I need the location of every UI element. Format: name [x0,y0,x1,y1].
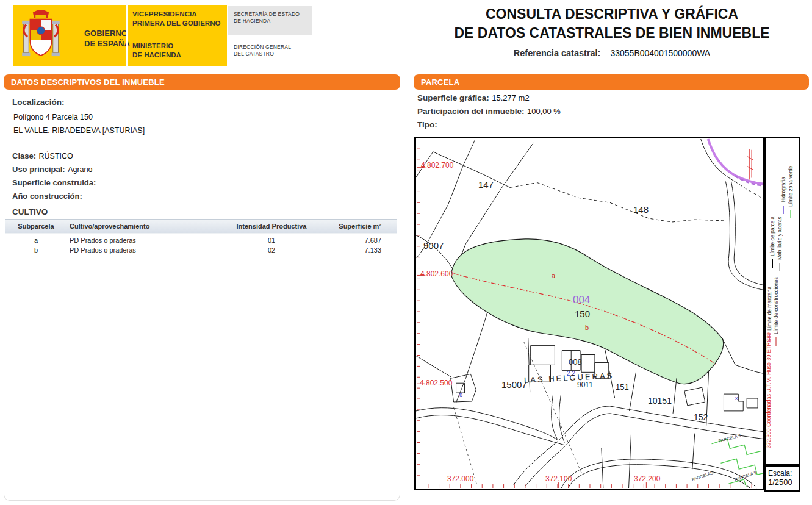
vicepresidencia-label: VICEPRESIDENCIA PRIMERA DEL GOBIERNO [132,10,220,28]
map-label: b [585,324,589,331]
map-label: 147 [478,180,494,189]
cultivo-title: CULTIVO [12,207,48,217]
cultivo-table: Subparcela Cultivo/aprovechamiento Inten… [5,219,397,257]
scale-box: Escala: 1/2500 [764,465,800,492]
col-cultivo: Cultivo/aprovechamiento [62,223,223,230]
field-superficie-construida: Superficie construida: [12,177,96,188]
map-label: 8 [459,393,462,398]
referencia-label: Referencia catastral: [514,48,601,58]
title-line2: DE DATOS CATASTRALES DE BIEN INMUEBLE [420,25,804,41]
table-row: a PD Prados o praderas 01 7.687 [5,235,397,245]
logo-divider [126,5,128,66]
government-label: GOBIERNO DE ESPAÑA [84,28,130,49]
col-superficie: Superficie m² [320,223,381,230]
cultivo-table-header: Subparcela Cultivo/aprovechamiento Inten… [5,219,397,234]
map-label: 15007 [501,380,527,389]
map-label: 372.100 [545,475,572,482]
map-label: 372.000 [447,475,473,482]
ministerio-label: MINISTERIO DE HACIENDA [132,41,181,60]
legend-label: Límite de parcela [769,217,775,256]
field-ano-construccion: Año construcción: [12,190,82,201]
map-label: 4.802.500 [420,379,452,387]
legend-swatch [775,337,777,346]
map-label: 10151 [648,396,672,405]
cadastral-map: 4.802.7004.802.6004.802.500372.000372.10… [414,137,765,490]
map-label: 150 [575,309,590,318]
scale-value: 1/2500 [768,478,799,487]
field-superficie-grafica: Superficie gráfica: 15.277 m2 [417,92,530,103]
scale-label: Escala: [768,469,799,478]
legend-label: Mobiliario y aceras [777,217,783,260]
referencia-value: 33055B004001500000WA [610,48,710,58]
secretaria-box: SECRETARÍA DE ESTADO DE HACIENDA [228,6,312,35]
section-header-datos-descriptivos: DATOS DESCRIPTIVOS DEL INMUEBLE [4,74,400,90]
map-label: 372.200 [634,475,660,482]
field-clase: Clase: RÚSTICO [12,150,73,161]
map-label: a [552,273,555,279]
localizacion-label: Localización: [12,98,65,107]
section-header-parcela: PARCELA [414,74,809,90]
referencia-catastral: Referencia catastral: 33055B004001500000… [420,48,804,58]
legend-item: Límite zona verde [786,139,795,218]
field-uso-principal: Uso principal: Agrario [12,163,92,174]
legend-label: Límite zona verde [788,165,794,207]
field-participacion: Participación del inmueble: 100,00 % [417,106,561,116]
map-legend: HidrografíaLímite zona verdeLímite de pa… [764,137,800,466]
legend-label: Límite de construcciones [773,277,779,334]
map-label: 4.802.600 [420,270,453,278]
direccion-general-label: DIRECCIÓN GENERAL DEL CATASTRO [234,44,291,57]
government-logo-block: GOBIERNO DE ESPAÑA VICEPRESIDENCIA PRIME… [13,5,227,66]
table-row: b PD Prados o praderas 02 7.133 [5,245,397,255]
title-line1: CONSULTA DESCRIPTIVA Y GRÁFICA [420,6,804,23]
legend-swatch [790,210,791,218]
map-label: 004 [573,295,590,305]
localizacion-line1: Polígono 4 Parcela 150 [13,113,93,121]
legend-item: Mobiliario y aceras [775,192,784,271]
document-title: CONSULTA DESCRIPTIVA Y GRÁFICA DE DATOS … [420,0,804,58]
map-label: 151 [616,383,629,391]
map-label: 152 [694,413,708,421]
col-intensidad: Intensidad Productiva [223,223,320,230]
utm-coordinates-note: 372.300 Coordenadas U.T.M. Huso 30 ETRS8… [766,329,774,451]
map-label: 148 [633,205,649,214]
map-label: 9007 [423,241,444,250]
map-label: x [735,396,738,401]
localizacion-line2: EL VALLE. RIBADEDEVA [ASTURIAS] [13,126,145,135]
spain-coat-of-arms-icon [18,9,63,62]
map-label: 9011 [577,381,593,389]
map-label: 008 [569,358,582,366]
field-tipo: Tipo: [417,119,437,130]
col-subparcela: Subparcela [10,223,62,230]
map-label: 4.802.700 [421,162,453,169]
